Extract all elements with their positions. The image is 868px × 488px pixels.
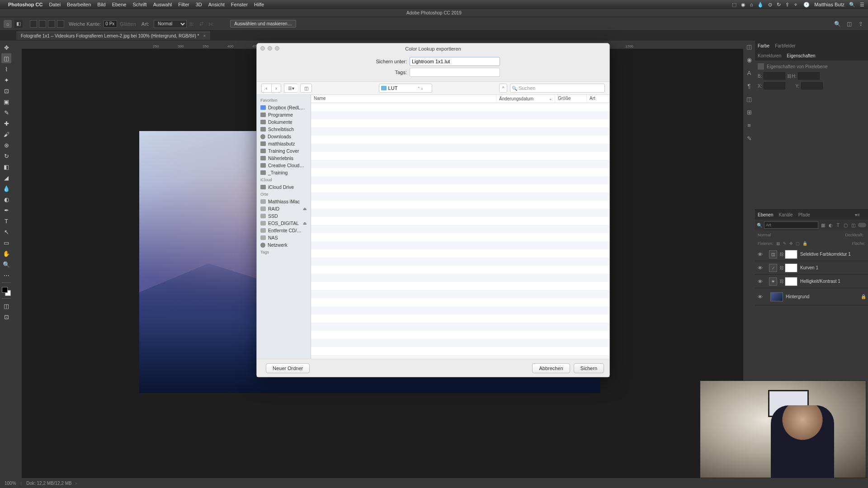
wifi-icon[interactable]: ᯤ: [794, 2, 799, 7]
menu-3d[interactable]: 3D: [196, 2, 202, 7]
visibility-icon[interactable]: 👁: [757, 252, 763, 257]
search-icon[interactable]: 🔍: [849, 2, 855, 8]
dock-icon[interactable]: A: [747, 70, 751, 76]
menu-filter[interactable]: Filter: [178, 2, 189, 7]
status-icon[interactable]: ↻: [777, 2, 781, 8]
menu-schrift[interactable]: Schrift: [132, 2, 146, 7]
tab-properties[interactable]: Eigenschaften: [787, 53, 815, 58]
sidebar-item[interactable]: _Training: [257, 169, 311, 176]
sidebar-item[interactable]: Training Cover: [257, 147, 311, 155]
save-button[interactable]: Sichern: [574, 363, 604, 373]
visibility-icon[interactable]: 👁: [757, 294, 763, 300]
close-icon[interactable]: ×: [203, 33, 206, 38]
layer-mask[interactable]: [785, 263, 797, 272]
more-tools-icon[interactable]: ⋯: [1, 270, 11, 280]
stamp-tool-icon[interactable]: ⊛: [1, 140, 11, 150]
dock-icon[interactable]: ◉: [747, 56, 752, 63]
lasso-tool-icon[interactable]: ⌇: [1, 64, 11, 74]
status-icon[interactable]: ⬚: [732, 2, 736, 8]
status-icon[interactable]: ⇪: [785, 2, 789, 8]
sidebar-item[interactable]: EOS_DIGITAL⏏: [257, 220, 311, 227]
lock-icon[interactable]: 🔒: [802, 241, 807, 246]
search-icon[interactable]: 🔍: [834, 20, 841, 28]
sidebar-item[interactable]: Dokumente: [257, 118, 311, 126]
layer-row[interactable]: 👁 ◫ ⛓ Selektive Farbkorrektur 1: [755, 248, 868, 261]
x-field[interactable]: [764, 82, 785, 89]
menu-fenster[interactable]: Fenster: [231, 2, 248, 7]
wand-tool-icon[interactable]: ✦: [1, 75, 11, 85]
dock-icon[interactable]: ≡: [747, 122, 751, 129]
sidebar-item[interactable]: Netzwerk: [257, 241, 311, 249]
menu-datei[interactable]: Datei: [49, 2, 61, 7]
tab-channels[interactable]: Kanäle: [778, 212, 793, 217]
tab-adjustments[interactable]: Korrekturen: [758, 53, 781, 58]
eject-icon[interactable]: ⏏: [303, 206, 307, 211]
window-controls[interactable]: [260, 46, 279, 51]
sidebar-item[interactable]: Downloads: [257, 133, 311, 140]
home-icon[interactable]: ⌂: [4, 20, 12, 28]
menu-bild[interactable]: Bild: [97, 2, 105, 7]
quickmask-icon[interactable]: ◫: [1, 301, 11, 311]
link-icon[interactable]: ⛓: [778, 265, 785, 270]
menubar-username[interactable]: Matthias Butz: [814, 2, 844, 7]
lock-icon[interactable]: ▢: [796, 241, 800, 246]
back-button[interactable]: ‹: [261, 84, 271, 93]
screenmode-icon[interactable]: ⊡: [1, 312, 11, 322]
menu-hilfe[interactable]: Hilfe: [254, 2, 264, 7]
eyedropper-tool-icon[interactable]: ✎: [1, 108, 11, 117]
link-icon[interactable]: ⛓: [787, 74, 792, 79]
move-tool-icon[interactable]: ✥: [1, 42, 11, 52]
clock-icon[interactable]: 🕐: [803, 2, 810, 8]
lock-icon[interactable]: ✥: [789, 241, 793, 246]
height-field[interactable]: [798, 72, 820, 80]
layer-filter-input[interactable]: [764, 221, 818, 229]
dock-icon[interactable]: ◫: [746, 96, 752, 103]
workspace-icon[interactable]: ◫: [845, 20, 853, 28]
layer-mask[interactable]: [785, 277, 797, 286]
y-field[interactable]: [801, 82, 823, 89]
style-select[interactable]: Normal: [154, 20, 187, 28]
feather-input[interactable]: [104, 20, 117, 28]
dock-icon[interactable]: ◫: [746, 43, 752, 50]
sidebar-item[interactable]: matthiasbutz: [257, 140, 311, 147]
visibility-icon[interactable]: 👁: [757, 279, 763, 284]
blend-mode[interactable]: Normal: [758, 233, 771, 237]
filter-adjust-icon[interactable]: ◐: [828, 222, 834, 228]
sidebar-item[interactable]: Programme: [257, 111, 311, 118]
forward-button[interactable]: ›: [271, 84, 281, 93]
visibility-icon[interactable]: 👁: [757, 265, 763, 271]
new-selection-icon[interactable]: [30, 20, 37, 28]
share-icon[interactable]: ⇪: [857, 20, 864, 28]
filter-shape-icon[interactable]: ▢: [843, 222, 849, 228]
status-icon[interactable]: ◉: [741, 2, 745, 8]
file-list[interactable]: [311, 103, 609, 359]
dodge-tool-icon[interactable]: ◐: [1, 194, 11, 204]
history-brush-tool-icon[interactable]: ↻: [1, 151, 11, 161]
sidebar-item[interactable]: iCloud Drive: [257, 183, 311, 191]
layer-mask[interactable]: [785, 250, 797, 259]
add-selection-icon[interactable]: [39, 20, 46, 28]
tab-paths[interactable]: Pfade: [798, 212, 810, 217]
search-input[interactable]: Suchen: [510, 84, 605, 93]
layer-row-background[interactable]: 👁 Hintergrund 🔒: [755, 288, 868, 305]
color-swatches[interactable]: [2, 287, 11, 296]
lock-icon[interactable]: ✎: [783, 241, 787, 246]
lock-icon[interactable]: ▦: [776, 241, 780, 246]
tab-color[interactable]: Farbe: [758, 43, 769, 48]
zoom-level[interactable]: 100%: [5, 481, 16, 486]
status-icon[interactable]: 💧: [757, 2, 764, 8]
panel-menu-icon[interactable]: ▾≡: [855, 212, 860, 217]
filter-pixel-icon[interactable]: ▦: [820, 222, 826, 228]
doc-size[interactable]: Dok: 12,2 MB/12,2 MB: [26, 481, 72, 486]
document-tab[interactable]: Fotografie 1x1 – Videokurs Fotografieren…: [16, 32, 210, 40]
sidebar-item[interactable]: Creative Cloud…: [257, 162, 311, 169]
lock-icon[interactable]: 🔒: [861, 294, 866, 299]
column-date[interactable]: Änderungsdatum⌄: [496, 95, 555, 103]
filter-toggle[interactable]: [858, 223, 866, 227]
link-icon[interactable]: ⛓: [778, 279, 785, 284]
sidebar-item[interactable]: RAID⏏: [257, 205, 311, 212]
path-tool-icon[interactable]: ↖: [1, 227, 11, 237]
sidebar-item[interactable]: Dropbox (RedL…: [257, 104, 311, 111]
shape-tool-icon[interactable]: ▭: [1, 238, 11, 248]
frame-tool-icon[interactable]: ▣: [1, 97, 11, 107]
